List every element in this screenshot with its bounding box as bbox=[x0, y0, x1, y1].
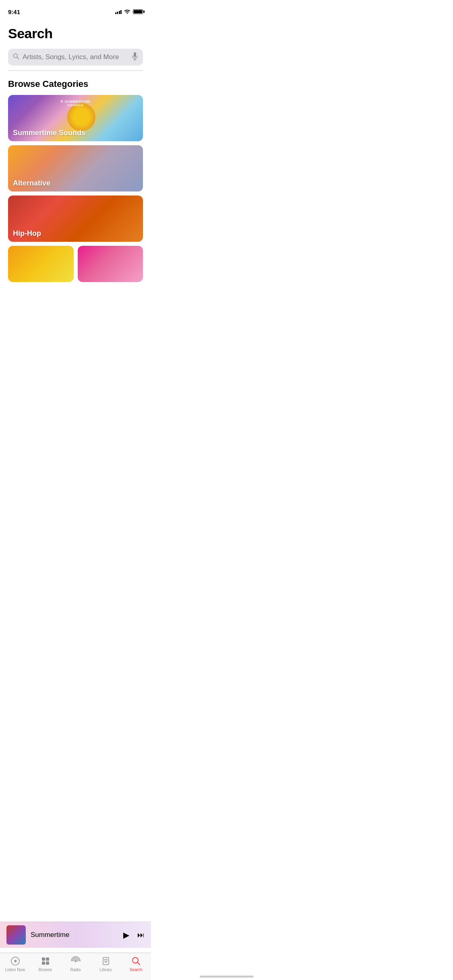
status-bar: 9:41 bbox=[0, 0, 151, 18]
svg-line-1 bbox=[17, 58, 19, 60]
search-icon bbox=[13, 53, 19, 61]
category-card-pink[interactable] bbox=[78, 246, 143, 282]
categories-list: ✳ SUMMERTIME SOUNDS Summertime Sounds Al… bbox=[8, 95, 143, 282]
battery-icon bbox=[133, 9, 143, 14]
search-bar[interactable] bbox=[8, 49, 143, 66]
search-input[interactable] bbox=[23, 53, 128, 61]
half-row-cards bbox=[8, 246, 143, 282]
yellow-bg bbox=[8, 246, 74, 282]
page-header: Search bbox=[0, 18, 151, 45]
wifi-icon bbox=[124, 8, 130, 15]
status-icons bbox=[115, 8, 143, 15]
category-card-hiphop[interactable]: Hip-Hop bbox=[8, 196, 143, 242]
mic-icon[interactable] bbox=[132, 52, 138, 62]
category-card-alternative[interactable]: Alternative bbox=[8, 145, 143, 191]
browse-categories-title: Browse Categories bbox=[8, 79, 143, 89]
category-label-hiphop: Hip-Hop bbox=[13, 229, 41, 238]
status-time: 9:41 bbox=[8, 8, 20, 15]
search-bar-container bbox=[0, 45, 151, 70]
page-title: Search bbox=[8, 26, 143, 41]
svg-rect-2 bbox=[134, 52, 136, 57]
summertime-logo: ✳ SUMMERTIME SOUNDS bbox=[60, 100, 91, 107]
browse-section: Browse Categories ✳ SUMMERTIME SOUNDS Su… bbox=[0, 71, 151, 282]
pink-bg bbox=[78, 246, 143, 282]
signal-icon bbox=[115, 9, 122, 14]
category-label-alternative: Alternative bbox=[13, 179, 50, 187]
category-card-summertime-sounds[interactable]: ✳ SUMMERTIME SOUNDS Summertime Sounds bbox=[8, 95, 143, 141]
category-label-summertime: Summertime Sounds bbox=[13, 129, 85, 137]
category-card-yellow[interactable] bbox=[8, 246, 74, 282]
